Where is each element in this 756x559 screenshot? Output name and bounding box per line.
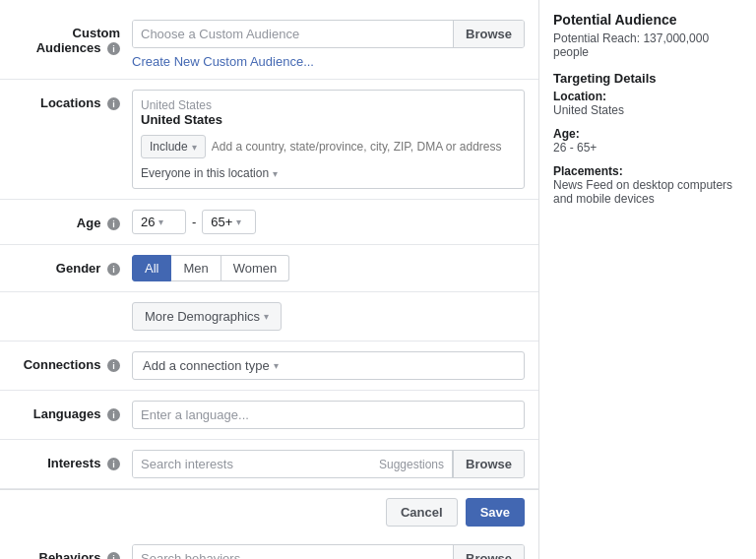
- custom-audiences-row: Custom Audiences i Browse Create New Cus…: [0, 10, 538, 80]
- location-main: United States: [141, 112, 516, 127]
- connection-type-label: Add a connection type: [143, 358, 270, 373]
- save-button-1[interactable]: Save: [466, 498, 525, 527]
- custom-audiences-input-group: Browse: [132, 20, 525, 48]
- age-from-value: 26: [141, 215, 155, 229]
- age-to-value: 65+: [211, 215, 232, 229]
- location-controls: Include ▾: [141, 135, 516, 158]
- connection-type-caret-icon: ▾: [274, 360, 279, 371]
- age-label-text: Age: [77, 216, 101, 230]
- age-to-caret-icon: ▾: [236, 217, 241, 227]
- placements-detail-value: News Feed on desktop computers and mobil…: [553, 178, 742, 206]
- gender-label: Gender i: [14, 255, 132, 276]
- age-dash: -: [192, 215, 196, 229]
- everyone-caret-icon: ▾: [273, 168, 278, 179]
- everyone-dropdown[interactable]: Everyone in this location ▾: [141, 166, 516, 180]
- custom-audiences-info-icon[interactable]: i: [107, 42, 120, 55]
- everyone-label: Everyone in this location: [141, 166, 269, 180]
- bottom-bar-1: Cancel Save: [0, 489, 538, 534]
- create-custom-audience-link[interactable]: Create New Custom Audience...: [132, 54, 525, 69]
- gender-men-button[interactable]: Men: [171, 255, 220, 281]
- main-panel: Custom Audiences i Browse Create New Cus…: [0, 0, 539, 559]
- connection-type-dropdown[interactable]: Add a connection type ▾: [132, 351, 525, 380]
- custom-audiences-input[interactable]: [133, 21, 453, 47]
- connections-content: Add a connection type ▾: [132, 351, 525, 380]
- locations-row: Locations i United States United States …: [0, 80, 538, 200]
- more-demographics-content: More Demographics ▾: [132, 302, 525, 331]
- interests-suggestions-button[interactable]: Suggestions: [371, 451, 453, 477]
- add-location-input[interactable]: [212, 140, 516, 154]
- languages-label: Languages i: [14, 401, 132, 421]
- languages-input[interactable]: [132, 401, 525, 429]
- cancel-button-1[interactable]: Cancel: [386, 498, 458, 527]
- include-dropdown[interactable]: Include ▾: [141, 135, 206, 158]
- languages-row: Languages i: [0, 391, 538, 440]
- interests-row: Interests i Suggestions Browse: [0, 440, 538, 489]
- placements-detail-label: Placements:: [553, 164, 742, 178]
- gender-label-text: Gender: [56, 261, 101, 276]
- age-controls: 26 ▾ - 65+ ▾: [132, 210, 525, 234]
- behaviors-label: Behaviors i: [14, 544, 132, 559]
- locations-info-icon[interactable]: i: [107, 97, 120, 110]
- languages-info-icon[interactable]: i: [107, 408, 120, 421]
- interests-input-group: Suggestions Browse: [132, 450, 525, 478]
- location-detail-label: Location:: [553, 90, 742, 103]
- behaviors-label-text: Behaviors: [39, 550, 101, 559]
- interests-label: Interests i: [14, 450, 132, 470]
- gender-buttons: All Men Women: [132, 255, 525, 281]
- age-to-dropdown[interactable]: 65+ ▾: [202, 210, 256, 234]
- more-demographics-button[interactable]: More Demographics ▾: [132, 302, 282, 331]
- more-demographics-label: More Demographics: [145, 309, 260, 324]
- connections-label-text: Connections: [24, 357, 101, 372]
- interests-label-text: Interests: [47, 456, 100, 470]
- languages-label-text: Languages: [33, 406, 101, 421]
- more-demographics-label-spacer: [14, 302, 132, 308]
- age-info-icon[interactable]: i: [107, 217, 120, 230]
- locations-content: United States United States Include ▾ Ev…: [132, 90, 525, 189]
- interests-info-icon[interactable]: i: [107, 458, 120, 470]
- age-label: Age i: [14, 210, 132, 230]
- location-hint: United States: [141, 98, 516, 112]
- age-from-caret-icon: ▾: [158, 217, 163, 227]
- more-demographics-row: More Demographics ▾: [0, 292, 538, 342]
- include-caret-icon: ▾: [192, 142, 197, 153]
- include-label: Include: [150, 140, 188, 154]
- age-from-dropdown[interactable]: 26 ▾: [132, 210, 186, 234]
- gender-all-button[interactable]: All: [132, 255, 171, 281]
- potential-audience-title: Potential Audience: [553, 12, 742, 28]
- custom-audiences-browse-button[interactable]: Browse: [453, 21, 524, 47]
- interests-browse-button[interactable]: Browse: [453, 451, 524, 477]
- age-detail-value: 26 - 65+: [553, 141, 742, 155]
- age-detail-label: Age:: [553, 127, 742, 141]
- locations-label: Locations i: [14, 90, 132, 110]
- potential-reach-text: Potential Reach: 137,000,000 people: [553, 31, 742, 59]
- side-panel: Potential Audience Potential Reach: 137,…: [539, 0, 756, 559]
- interests-input[interactable]: [133, 451, 371, 477]
- custom-audiences-label: Custom Audiences i: [14, 20, 132, 55]
- location-detail-value: United States: [553, 103, 742, 117]
- behaviors-input[interactable]: [133, 545, 453, 559]
- custom-audiences-content: Browse Create New Custom Audience...: [132, 20, 525, 69]
- targeting-details-title: Targeting Details: [553, 71, 742, 86]
- gender-row: Gender i All Men Women: [0, 245, 538, 292]
- gender-info-icon[interactable]: i: [107, 263, 120, 276]
- behaviors-info-icon[interactable]: i: [107, 552, 120, 559]
- behaviors-browse-button[interactable]: Browse: [453, 545, 524, 559]
- age-content: 26 ▾ - 65+ ▾: [132, 210, 525, 234]
- gender-women-button[interactable]: Women: [221, 255, 290, 281]
- languages-content: [132, 401, 525, 429]
- behaviors-input-group: Browse: [132, 544, 525, 559]
- interests-content: Suggestions Browse: [132, 450, 525, 478]
- connections-info-icon[interactable]: i: [107, 359, 120, 372]
- locations-label-text: Locations: [40, 95, 100, 110]
- connections-label: Connections i: [14, 351, 132, 372]
- connections-row: Connections i Add a connection type ▾: [0, 342, 538, 391]
- gender-content: All Men Women: [132, 255, 525, 281]
- location-box: United States United States Include ▾ Ev…: [132, 90, 525, 189]
- more-demographics-caret-icon: ▾: [264, 311, 269, 322]
- age-row: Age i 26 ▾ - 65+ ▾: [0, 200, 538, 245]
- behaviors-content: Browse: [132, 544, 525, 559]
- behaviors-row: Behaviors i Browse: [0, 534, 538, 559]
